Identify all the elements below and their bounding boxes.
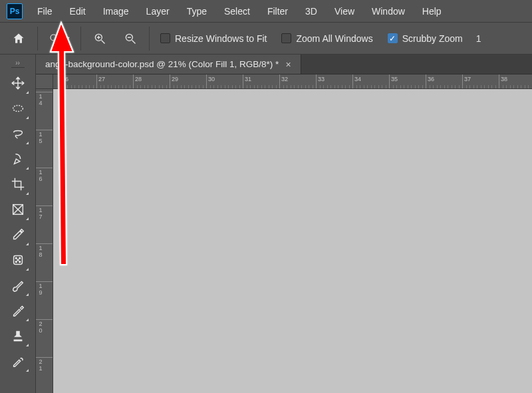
frame-tool-button[interactable] [5, 197, 31, 222]
move-tool-button[interactable] [5, 70, 31, 96]
svg-point-14 [15, 257, 17, 259]
svg-point-16 [15, 261, 17, 263]
ruler-origin[interactable] [36, 74, 53, 89]
svg-point-9 [13, 105, 23, 111]
tool-palette: ›› [0, 55, 36, 393]
home-icon [12, 32, 25, 45]
canvas-area[interactable] [53, 89, 532, 393]
document-tab-bar: ange-background-color.psd @ 21% (Color F… [36, 55, 532, 74]
menu-filter[interactable]: Filter [259, 2, 296, 21]
options-bar: Resize Windows to Fit Zoom All Windows ✓… [0, 23, 532, 55]
move-tool-icon [11, 76, 25, 90]
healing-brush-tool-icon [11, 253, 25, 267]
frame-tool-icon [11, 202, 25, 217]
paintbrush-tool-icon [11, 303, 25, 318]
brush-tool-button[interactable] [5, 273, 31, 298]
crop-tool-button[interactable] [5, 172, 31, 197]
separator [149, 27, 150, 51]
photoshop-logo-icon: Ps [7, 3, 23, 19]
brush-tool-icon [11, 278, 25, 293]
checkbox-label: Resize Windows to Fit [175, 33, 267, 44]
document-tab-title: ange-background-color.psd @ 21% (Color F… [45, 59, 279, 69]
svg-point-18 [17, 259, 19, 261]
menu-3d[interactable]: 3D [297, 2, 325, 21]
close-tab-button[interactable]: × [285, 59, 291, 70]
scrubby-zoom-checkbox[interactable]: ✓ Scrubby Zoom [384, 33, 467, 44]
menu-file[interactable]: File [29, 2, 61, 21]
eyedropper-tool-icon [11, 227, 25, 242]
zoom-out-icon [124, 32, 137, 45]
home-button[interactable] [7, 27, 31, 51]
svg-point-17 [19, 261, 20, 263]
quickselect-tool-button[interactable] [5, 146, 31, 172]
marquee-tool-icon [11, 101, 25, 116]
separator [37, 27, 38, 51]
zoom-tool-icon [49, 33, 61, 45]
menu-select[interactable]: Select [216, 2, 258, 21]
svg-line-1 [56, 40, 59, 43]
zoom-out-button[interactable] [118, 27, 142, 51]
stamp-tool-button[interactable] [5, 323, 31, 348]
zoom-all-checkbox[interactable]: Zoom All Windows [277, 33, 376, 44]
history-brush-tool-icon [11, 354, 25, 368]
healing-tool-button[interactable] [5, 247, 31, 273]
checkbox-label: Zoom All Windows [296, 33, 372, 44]
history-tool-button[interactable] [5, 348, 31, 374]
lasso-tool-button[interactable] [5, 121, 31, 146]
menu-help[interactable]: Help [414, 2, 450, 21]
resize-windows-checkbox[interactable]: Resize Windows to Fit [156, 33, 271, 44]
menu-type[interactable]: Type [179, 2, 215, 21]
document-tab[interactable]: ange-background-color.psd @ 21% (Color F… [36, 55, 301, 74]
current-tool-selector[interactable] [45, 27, 74, 51]
zoom-in-icon [93, 32, 106, 45]
menu-view[interactable]: View [327, 2, 362, 21]
menu-image[interactable]: Image [95, 2, 137, 21]
horizontal-ruler[interactable]: 26272829303132333435363738 [53, 74, 532, 89]
svg-line-7 [132, 40, 136, 43]
paintbrush-tool-button[interactable] [5, 298, 31, 323]
clone-stamp-tool-icon [11, 328, 25, 343]
menu-bar: Ps FileEditImageLayerTypeSelectFilter3DV… [0, 0, 532, 23]
zoom-in-button[interactable] [88, 27, 112, 51]
quick-select-tool-icon [11, 152, 25, 166]
marquee-tool-button[interactable] [5, 96, 31, 121]
svg-line-3 [102, 40, 105, 43]
vertical-ruler[interactable]: 1415161718192021 [36, 89, 53, 393]
menu-window[interactable]: Window [364, 2, 413, 21]
crop-tool-icon [11, 177, 25, 192]
expand-toolbar-button[interactable]: ›› [11, 59, 25, 68]
trailing-value: 1 [473, 33, 481, 44]
lasso-tool-icon [11, 126, 25, 141]
menu-edit[interactable]: Edit [62, 2, 94, 21]
svg-point-15 [19, 257, 20, 259]
svg-point-0 [51, 35, 57, 41]
menu-layer[interactable]: Layer [138, 2, 178, 21]
chevron-down-icon [63, 35, 70, 42]
separator [80, 27, 81, 51]
checkbox-label: Scrubby Zoom [402, 33, 463, 44]
eyedropper-tool-button[interactable] [5, 222, 31, 247]
